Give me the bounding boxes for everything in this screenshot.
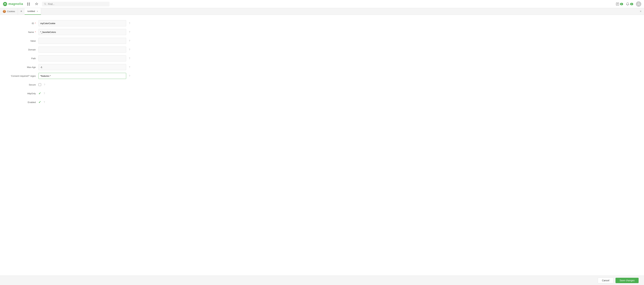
help-icon-value[interactable]: ? [129, 40, 132, 42]
help-icon-maxage[interactable]: ? [129, 66, 132, 68]
panel-close-button[interactable]: × [637, 8, 644, 15]
input-secure[interactable] [38, 83, 41, 86]
help-icon-domain[interactable]: ? [129, 48, 132, 51]
httponly-check-icon: ✓ [38, 92, 41, 95]
help-icon-path[interactable]: ? [129, 57, 132, 60]
form-row-maxage: Max-Age ? [0, 63, 152, 72]
notifications-badge: 0 [630, 3, 633, 5]
grid-icon[interactable] [26, 1, 31, 7]
search-input[interactable] [48, 3, 108, 6]
label-domain: Domain [6, 48, 36, 51]
panel-close-icon: × [640, 10, 642, 13]
input-consent-regex[interactable] [38, 73, 126, 79]
user-avatar[interactable] [636, 1, 641, 7]
input-value[interactable] [38, 38, 126, 44]
input-maxage[interactable] [38, 64, 126, 70]
cookies-tab-label: Cookies [7, 10, 15, 13]
tab-add-button[interactable]: + [18, 8, 25, 15]
tasks-icon [616, 2, 619, 6]
form-row-id: ID * ? [0, 19, 152, 28]
svg-rect-4 [29, 4, 30, 6]
input-path[interactable] [38, 55, 126, 62]
form-row-path: Path ? [0, 54, 152, 63]
cookies-tab-icon: 🍪 [3, 10, 6, 13]
help-icon-name[interactable]: ? [129, 31, 132, 34]
input-id[interactable] [38, 20, 126, 26]
help-icon-id[interactable]: ? [129, 22, 132, 24]
tab-untitled[interactable]: /untitled × [25, 8, 41, 15]
label-enabled: Enabled [6, 101, 36, 104]
help-icon-secure[interactable]: ? [44, 83, 47, 86]
form-row-consent-regex: 'Consent required?' regex ? [0, 72, 152, 80]
form-row-domain: Domain ? [0, 45, 152, 54]
svg-line-6 [46, 4, 46, 5]
untitled-tab-label: /untitled [27, 10, 35, 12]
form-row-secure: Secure ? [0, 80, 152, 89]
nav-right: 0 0 [616, 1, 641, 7]
bell-icon [626, 2, 630, 6]
required-indicator-id: * [34, 22, 36, 24]
enabled-checkbox-wrap: ✓ [38, 99, 41, 105]
label-name: Name * [6, 31, 36, 34]
notifications-button[interactable]: 0 [626, 2, 633, 6]
help-icon-httponly[interactable]: ? [44, 92, 47, 95]
tasks-badge: 0 [620, 3, 623, 5]
search-bar[interactable] [42, 2, 110, 6]
search-icon [44, 3, 46, 6]
label-consent-regex: 'Consent required?' regex [6, 75, 36, 77]
svg-point-5 [44, 3, 46, 4]
httponly-checkbox-wrap: ✓ [38, 90, 41, 96]
magnolia-logo[interactable]: magnolia [3, 2, 23, 6]
help-icon-consent-regex[interactable]: ? [129, 74, 132, 77]
input-domain[interactable] [38, 46, 126, 52]
label-httponly: HttpOnly [6, 92, 36, 95]
form-row-enabled: Enabled ✓ ? [0, 98, 152, 106]
label-value: Value [6, 40, 36, 42]
required-indicator-name: * [34, 31, 36, 34]
label-secure: Secure [6, 84, 36, 86]
tasks-button[interactable]: 0 [616, 2, 623, 6]
label-maxage: Max-Age [6, 66, 36, 68]
logo-text: magnolia [8, 2, 23, 6]
form-container: ID * ? Name * ? Value ? Domain ? Path ? … [0, 15, 152, 111]
label-id: ID * [6, 22, 36, 24]
label-path: Path [6, 57, 36, 60]
svg-rect-3 [27, 4, 28, 6]
svg-rect-1 [27, 3, 28, 4]
tab-close-icon[interactable]: × [37, 10, 38, 13]
help-icon-enabled[interactable]: ? [44, 101, 47, 104]
form-row-httponly: HttpOnly ✓ ? [0, 89, 152, 98]
tab-bar: 🍪 Cookies + /untitled × × [0, 8, 644, 15]
input-name[interactable] [38, 29, 126, 35]
add-tab-icon: + [20, 10, 22, 13]
tab-cookies[interactable]: 🍪 Cookies [0, 8, 18, 15]
top-nav: magnolia 0 [0, 0, 644, 8]
enabled-check-icon: ✓ [38, 100, 41, 104]
svg-point-11 [638, 3, 639, 4]
secure-checkbox-wrap [38, 82, 41, 88]
svg-rect-2 [29, 3, 30, 4]
form-row-value: Value ? [0, 36, 152, 45]
star-icon[interactable] [34, 1, 39, 7]
form-row-name: Name * ? [0, 28, 152, 36]
